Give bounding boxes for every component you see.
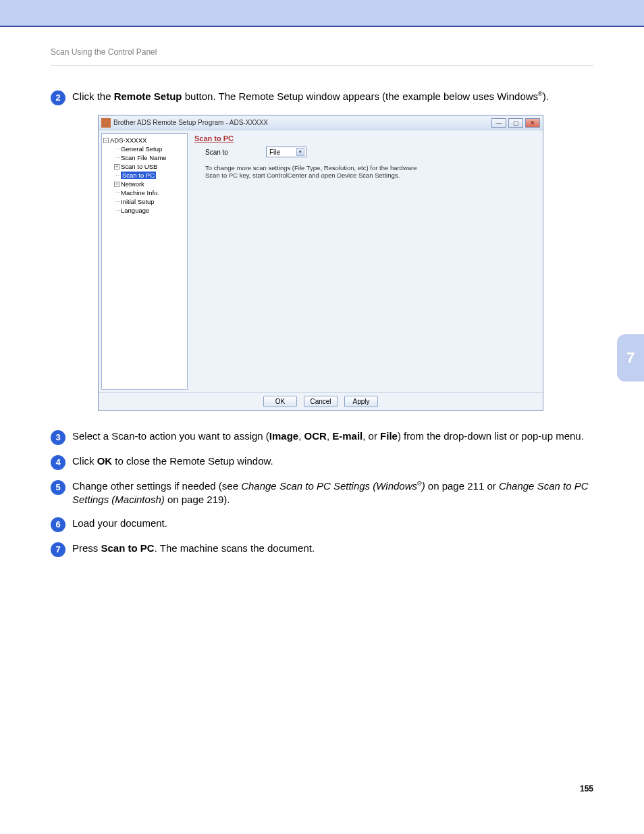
hint-line-2: Scan to PC key, start ControlCenter and … — [205, 172, 536, 179]
tree-label: Scan File Name — [121, 154, 167, 161]
hint-text: To change more scan settings (File Type,… — [194, 164, 536, 180]
step-5: 5 Change other settings if needed (see C… — [51, 479, 593, 507]
dropdown-value: File — [269, 149, 280, 156]
tree-item-language[interactable]: ⋯Language — [103, 206, 186, 215]
tree-label: General Setup — [121, 145, 162, 153]
section-header: Scan Using the Control Panel — [51, 27, 593, 66]
t: Change other settings if needed (see — [72, 480, 241, 492]
t: OCR — [304, 430, 327, 442]
page-top-band — [0, 0, 644, 27]
tree-label: Initial Setup — [121, 198, 155, 205]
ok-button[interactable]: OK — [263, 396, 297, 407]
step-number-4: 4 — [51, 455, 65, 470]
t: Click — [72, 455, 97, 467]
collapse-icon[interactable]: – — [103, 138, 109, 143]
step-6-text: Load your document. — [72, 517, 593, 530]
tree-label: Language — [121, 207, 149, 214]
window-titlebar: Brother ADS Remote Setup Program - ADS-X… — [99, 115, 543, 130]
chapter-tab: 7 — [617, 334, 644, 382]
registered-mark: ® — [538, 90, 543, 97]
app-icon — [101, 118, 111, 128]
step-2-pre: Click the — [72, 90, 114, 102]
tree-item-general-setup[interactable]: ⋯General Setup — [103, 145, 186, 153]
step-number-6: 6 — [51, 517, 65, 532]
step-4-text: Click OK to close the Remote Setup windo… — [72, 454, 593, 468]
step-7-text: Press Scan to PC. The machine scans the … — [72, 542, 593, 555]
t: ) from the drop-down list or pop-up menu… — [398, 430, 584, 442]
apply-button[interactable]: Apply — [344, 396, 378, 407]
step-number-5: 5 — [51, 480, 65, 495]
page-number: 155 — [580, 784, 593, 793]
step-7: 7 Press Scan to PC. The machine scans th… — [51, 542, 593, 557]
tree-label: Network — [121, 180, 144, 188]
chevron-down-icon: ▾ — [296, 148, 304, 156]
t: OK — [97, 455, 113, 467]
tree-connector-icon: ⋯ — [114, 155, 121, 161]
tree-panel[interactable]: – ADS-XXXXX ⋯General Setup ⋯Scan File Na… — [101, 133, 188, 390]
tree-label-selected: Scan to PC — [121, 172, 156, 179]
t: Image — [269, 430, 298, 442]
main-panel: Scan to PC Scan to File ▾ To change more… — [188, 130, 543, 392]
step-number-2: 2 — [51, 90, 65, 105]
step-number-7: 7 — [51, 542, 65, 557]
t: Select a Scan-to action you want to assi… — [72, 430, 269, 442]
panel-heading: Scan to PC — [194, 134, 536, 142]
window-title: Brother ADS Remote Setup Program - ADS-X… — [113, 119, 491, 126]
registered-mark: ® — [417, 480, 422, 487]
tree-connector-icon: ⋯ — [114, 199, 121, 205]
t: to close the Remote Setup window. — [112, 455, 273, 467]
tree-item-scan-to-pc[interactable]: ⋯Scan to PC — [103, 171, 186, 180]
tree-root-label: ADS-XXXXX — [110, 136, 146, 144]
tree-item-machine-info[interactable]: ⋯Machine Info. — [103, 188, 186, 197]
t: , — [327, 430, 332, 442]
tree-item-initial-setup[interactable]: ⋯Initial Setup — [103, 197, 186, 206]
tree-connector-icon: ⋯ — [114, 172, 121, 178]
step-3: 3 Select a Scan-to action you want to as… — [51, 429, 593, 445]
button-bar: OK Cancel Apply — [99, 392, 543, 410]
tree-item-scan-file-name[interactable]: ⋯Scan File Name — [103, 153, 186, 162]
t: , or — [363, 430, 380, 442]
expand-icon[interactable]: + — [114, 164, 119, 170]
tree-connector-icon: ⋯ — [114, 146, 121, 152]
tree-label: Machine Info. — [121, 189, 159, 197]
maximize-button[interactable]: ▢ — [508, 118, 523, 128]
step-2-post2: ). — [543, 90, 549, 102]
minimize-button[interactable]: — — [491, 118, 506, 128]
t: , — [298, 430, 304, 442]
step-2-text: Click the Remote Setup button. The Remot… — [72, 90, 593, 103]
step-2-bold: Remote Setup — [114, 90, 182, 102]
tree-connector-icon: ⋯ — [114, 190, 121, 196]
step-2: 2 Click the Remote Setup button. The Rem… — [51, 90, 593, 105]
t: . The machine scans the document. — [155, 542, 315, 554]
tree-item-network[interactable]: +Network — [103, 180, 186, 188]
scan-to-label: Scan to — [205, 149, 266, 156]
step-2-post1: button. The Remote Setup window appears … — [182, 90, 539, 102]
t: on page 211 or — [425, 480, 499, 492]
expand-icon[interactable]: + — [114, 182, 119, 187]
t: E-mail — [332, 430, 363, 442]
t: Press — [72, 542, 101, 554]
step-5-text: Change other settings if needed (see Cha… — [72, 479, 593, 507]
cancel-button[interactable]: Cancel — [304, 396, 338, 407]
t: Scan to PC — [101, 542, 155, 554]
t: on page 219). — [165, 494, 230, 505]
tree-root-node[interactable]: – ADS-XXXXX — [103, 136, 186, 145]
tree-item-scan-to-usb[interactable]: +Scan to USB — [103, 162, 186, 171]
step-number-3: 3 — [51, 430, 65, 445]
t: File — [380, 430, 398, 442]
scan-to-dropdown[interactable]: File ▾ — [266, 147, 306, 157]
close-button[interactable]: ✕ — [525, 118, 540, 128]
tree-connector-icon: ⋯ — [114, 207, 121, 213]
tree-label: Scan to USB — [121, 163, 157, 170]
hint-line-1: To change more scan settings (File Type,… — [205, 164, 536, 172]
step-6: 6 Load your document. — [51, 517, 593, 532]
step-3-text: Select a Scan-to action you want to assi… — [72, 429, 593, 443]
remote-setup-window: Brother ADS Remote Setup Program - ADS-X… — [98, 115, 543, 411]
t: Change Scan to PC Settings (Windows — [241, 480, 417, 492]
step-4: 4 Click OK to close the Remote Setup win… — [51, 454, 593, 470]
